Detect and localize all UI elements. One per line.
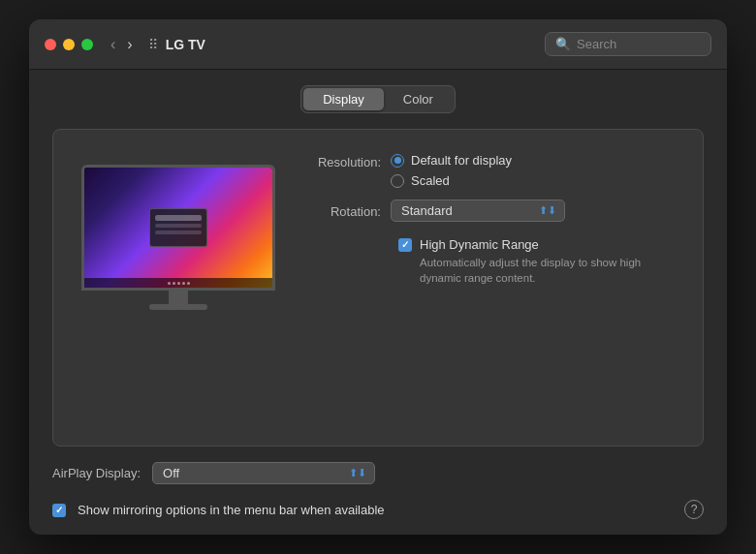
rotation-value: Standard	[401, 203, 535, 218]
resolution-default-row: Default for display	[391, 153, 512, 168]
search-box[interactable]: 🔍	[545, 32, 711, 56]
mirroring-label: Show mirroring options in the menu bar w…	[78, 503, 385, 517]
bottom-bar: AirPlay Display: Off ⬆⬇	[52, 462, 704, 484]
airplay-label: AirPlay Display:	[52, 466, 141, 480]
search-icon: 🔍	[555, 37, 571, 51]
mirroring-bar: ✓ Show mirroring options in the menu bar…	[52, 500, 704, 519]
resolution-scaled-row: Scaled	[391, 173, 512, 188]
mirroring-checkmark-icon: ✓	[55, 506, 63, 515]
monitor-stand	[169, 291, 188, 304]
monitor-popup	[149, 208, 207, 247]
rotation-dropdown[interactable]: Standard ⬆⬇	[391, 200, 565, 222]
close-button[interactable]	[45, 39, 56, 50]
monitor-screen	[84, 168, 272, 288]
content-area: Display Color	[29, 70, 727, 535]
maximize-button[interactable]	[81, 39, 93, 50]
help-button[interactable]: ?	[684, 500, 704, 519]
tab-display[interactable]: Display	[303, 88, 384, 110]
resolution-default-label: Default for display	[411, 153, 512, 168]
checkmark-icon: ✓	[401, 240, 409, 250]
forward-arrow-icon[interactable]: ›	[123, 34, 136, 55]
search-input[interactable]	[577, 37, 701, 51]
mirroring-checkbox[interactable]: ✓	[52, 504, 66, 517]
resolution-setting: Resolution: Default for display Scaled	[303, 153, 679, 188]
hdr-row: ✓ High Dynamic Range Automatically adjus…	[303, 237, 679, 286]
resolution-scaled-label: Scaled	[411, 173, 450, 188]
hdr-checkbox[interactable]: ✓	[398, 238, 412, 252]
mirroring-label-row: Show mirroring options in the menu bar w…	[78, 503, 673, 517]
resolution-controls: Default for display Scaled	[391, 153, 512, 188]
rotation-setting: Rotation: Standard ⬆⬇	[303, 200, 679, 222]
airplay-dropdown-arrow-icon: ⬆⬇	[349, 467, 366, 479]
dropdown-arrow-icon: ⬆⬇	[539, 204, 556, 217]
main-window: ‹ › ⠿ LG TV 🔍 Display Color	[29, 19, 727, 535]
settings-panel: Resolution: Default for display Scaled	[303, 149, 679, 286]
resolution-default-radio[interactable]	[391, 154, 404, 168]
traffic-lights	[45, 39, 93, 50]
nav-arrows: ‹ ›	[107, 34, 137, 55]
hdr-label: High Dynamic Range	[420, 237, 652, 252]
monitor-taskbar	[84, 278, 272, 288]
monitor-frame	[81, 165, 275, 291]
grid-icon[interactable]: ⠿	[148, 37, 158, 52]
back-arrow-icon[interactable]: ‹	[107, 34, 119, 55]
titlebar: ‹ › ⠿ LG TV 🔍	[29, 19, 727, 70]
airplay-value: Off	[163, 466, 345, 480]
airplay-dropdown[interactable]: Off ⬆⬇	[152, 462, 375, 484]
window-title: LG TV	[166, 37, 545, 52]
tab-color[interactable]: Color	[384, 88, 453, 110]
resolution-scaled-radio[interactable]	[391, 174, 404, 188]
main-panel: Resolution: Default for display Scaled	[52, 129, 704, 446]
minimize-button[interactable]	[63, 39, 75, 50]
monitor-base	[149, 304, 207, 310]
hdr-content: High Dynamic Range Automatically adjust …	[420, 237, 652, 286]
hdr-description: Automatically adjust the display to show…	[420, 255, 652, 286]
tabs-container: Display Color	[300, 85, 456, 113]
rotation-label: Rotation:	[303, 202, 381, 219]
tabs-row: Display Color	[52, 85, 704, 113]
resolution-label: Resolution:	[303, 153, 381, 169]
monitor-preview	[77, 149, 280, 310]
